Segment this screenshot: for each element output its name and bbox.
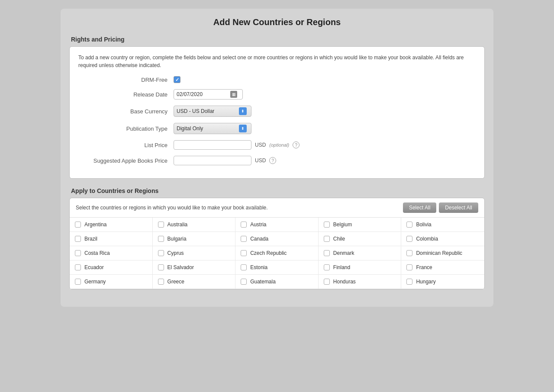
base-currency-select-arrow bbox=[239, 107, 247, 115]
publication-type-control: Digital Only Print Only Digital and Prin… bbox=[174, 123, 251, 134]
description-text: To add a new country or region, complete… bbox=[78, 54, 476, 69]
country-cell: Bolivia bbox=[401, 218, 484, 232]
select-all-button[interactable]: Select All bbox=[403, 202, 436, 213]
suggested-price-field[interactable] bbox=[174, 156, 251, 165]
countries-toolbar: Select the countries or regions in which… bbox=[70, 198, 484, 218]
country-name: Czech Republic bbox=[250, 250, 287, 256]
country-cell: Brazil bbox=[70, 232, 153, 246]
country-checkbox[interactable] bbox=[75, 264, 81, 270]
country-checkbox[interactable] bbox=[75, 279, 81, 285]
suggested-price-currency: USD bbox=[255, 157, 266, 164]
country-cell: Australia bbox=[153, 218, 236, 232]
suggested-price-help-icon[interactable]: ? bbox=[269, 157, 276, 164]
country-name: Chile bbox=[333, 236, 345, 242]
country-name: France bbox=[416, 264, 432, 270]
drm-label: DRM-Free bbox=[78, 77, 174, 83]
country-name: Colombia bbox=[416, 236, 438, 242]
base-currency-label: Base Currency bbox=[78, 108, 174, 115]
country-cell: Cyprus bbox=[153, 246, 236, 260]
country-checkbox[interactable] bbox=[406, 222, 412, 228]
release-date-input-wrapper bbox=[174, 89, 243, 100]
country-checkbox[interactable] bbox=[241, 222, 247, 228]
countries-section: Apply to Countries or Regions Select the… bbox=[69, 187, 485, 289]
publication-type-label: Publication Type bbox=[78, 125, 174, 132]
rights-pricing-header: Rights and Pricing bbox=[69, 36, 485, 43]
country-name: Finland bbox=[333, 264, 350, 270]
release-date-row: Release Date bbox=[78, 89, 476, 100]
country-name: Ecuador bbox=[84, 264, 104, 270]
country-checkbox[interactable] bbox=[158, 222, 164, 228]
country-name: Cyprus bbox=[167, 250, 184, 256]
suggested-price-row: Suggested Apple Books Price USD ? bbox=[78, 156, 476, 165]
country-name: Dominican Republic bbox=[416, 250, 462, 256]
drm-control-area bbox=[174, 76, 180, 83]
list-price-currency: USD bbox=[255, 142, 266, 148]
country-cell: Austria bbox=[235, 218, 319, 232]
country-cell: El Salvador bbox=[153, 260, 236, 275]
country-checkbox[interactable] bbox=[75, 236, 81, 242]
country-checkbox[interactable] bbox=[324, 222, 330, 228]
country-name: Austria bbox=[250, 222, 266, 228]
country-checkbox[interactable] bbox=[406, 264, 412, 270]
country-cell: Bulgaria bbox=[153, 232, 236, 246]
list-price-row: List Price USD (optional) ? bbox=[78, 140, 476, 150]
drm-checkbox[interactable] bbox=[174, 76, 180, 83]
country-name: Brazil bbox=[84, 236, 97, 242]
country-checkbox[interactable] bbox=[158, 236, 164, 242]
country-cell: Costa Rica bbox=[70, 246, 153, 260]
country-cell: Colombia bbox=[401, 232, 484, 246]
country-name: Estonia bbox=[250, 264, 267, 270]
country-name: Canada bbox=[250, 236, 268, 242]
toolbar-buttons: Select All Deselect All bbox=[403, 202, 478, 213]
countries-body: Select the countries or regions in which… bbox=[69, 198, 485, 289]
list-price-label: List Price bbox=[78, 142, 174, 148]
countries-header: Apply to Countries or Regions bbox=[69, 187, 485, 194]
publication-type-select-arrow bbox=[239, 125, 247, 132]
country-checkbox[interactable] bbox=[324, 236, 330, 242]
list-price-optional: (optional) bbox=[269, 142, 289, 148]
country-checkbox[interactable] bbox=[158, 264, 164, 270]
country-name: Greece bbox=[167, 279, 184, 285]
country-checkbox[interactable] bbox=[241, 250, 247, 256]
base-currency-select[interactable]: USD - US Dollar EUR - Euro GBP - British… bbox=[177, 108, 237, 114]
country-cell: Canada bbox=[235, 232, 319, 246]
country-checkbox[interactable] bbox=[75, 250, 81, 256]
country-checkbox[interactable] bbox=[406, 279, 412, 285]
country-checkbox[interactable] bbox=[324, 250, 330, 256]
deselect-all-button[interactable]: Deselect All bbox=[439, 202, 478, 213]
list-price-help-icon[interactable]: ? bbox=[293, 141, 300, 148]
country-name: Hungary bbox=[416, 279, 435, 285]
country-checkbox[interactable] bbox=[158, 250, 164, 256]
country-checkbox[interactable] bbox=[75, 222, 81, 228]
suggested-price-label: Suggested Apple Books Price bbox=[78, 157, 174, 164]
page-title: Add New Countries or Regions bbox=[69, 17, 485, 27]
country-cell: Argentina bbox=[70, 218, 153, 232]
rights-pricing-body: To add a new country or region, complete… bbox=[69, 46, 485, 179]
country-cell: Belgium bbox=[319, 218, 402, 232]
country-checkbox[interactable] bbox=[241, 264, 247, 270]
drm-row: DRM-Free bbox=[78, 76, 476, 83]
country-name: Bolivia bbox=[416, 222, 431, 228]
list-price-field[interactable] bbox=[174, 140, 251, 150]
calendar-icon[interactable] bbox=[230, 91, 237, 98]
publication-type-select[interactable]: Digital Only Print Only Digital and Prin… bbox=[177, 125, 237, 132]
country-checkbox[interactable] bbox=[324, 264, 330, 270]
country-checkbox[interactable] bbox=[241, 236, 247, 242]
country-cell: Dominican Republic bbox=[401, 246, 484, 260]
country-name: El Salvador bbox=[167, 264, 194, 270]
country-cell: Honduras bbox=[319, 275, 402, 289]
release-date-label: Release Date bbox=[78, 91, 174, 98]
country-checkbox[interactable] bbox=[241, 279, 247, 285]
country-cell: Finland bbox=[319, 260, 402, 275]
release-date-field[interactable] bbox=[177, 91, 229, 97]
country-name: Guatemala bbox=[250, 279, 276, 285]
country-name: Argentina bbox=[84, 222, 106, 228]
country-checkbox[interactable] bbox=[324, 279, 330, 285]
publication-type-row: Publication Type Digital Only Print Only… bbox=[78, 123, 476, 134]
country-checkbox[interactable] bbox=[158, 279, 164, 285]
country-cell: Greece bbox=[153, 275, 236, 289]
country-checkbox[interactable] bbox=[406, 250, 412, 256]
base-currency-select-wrapper: USD - US Dollar EUR - Euro GBP - British… bbox=[174, 106, 251, 117]
rights-pricing-section: Rights and Pricing To add a new country … bbox=[69, 36, 485, 179]
country-checkbox[interactable] bbox=[406, 236, 412, 242]
